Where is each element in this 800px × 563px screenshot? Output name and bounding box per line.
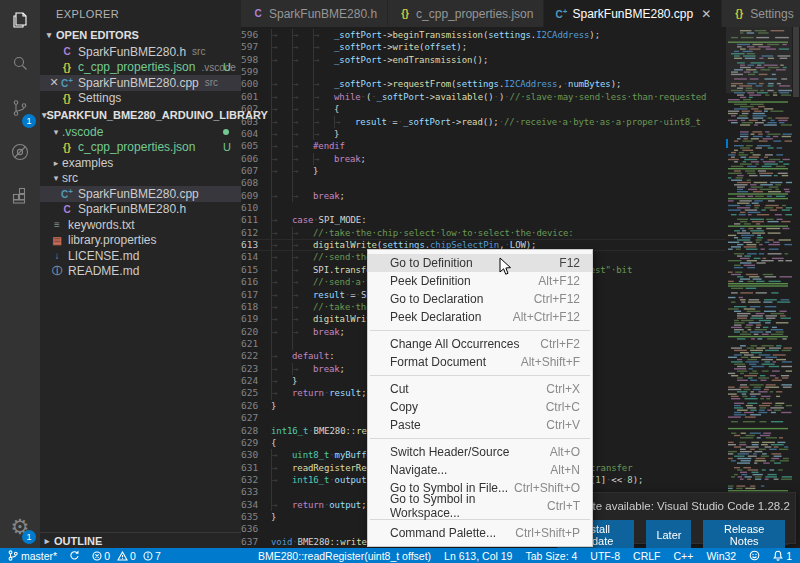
open-editor-sparkfunbme280-h[interactable]: CSparkFunBME280.hsrc (40, 44, 241, 60)
tree-item-vscode[interactable]: ▾.vscode (40, 124, 241, 140)
status-crlf[interactable]: CRLF (633, 550, 660, 562)
code-line-603[interactable]: 603→→→→result·=·_softPort->read();·//·re… (241, 116, 800, 128)
menu-item-navigate[interactable]: Navigate...Alt+N (368, 461, 592, 479)
status-utf-8[interactable]: UTF-8 (590, 550, 620, 562)
open-editors-header[interactable]: ▾ OPEN EDITORS (40, 26, 241, 44)
activity-source-control-icon[interactable]: 1 (0, 88, 40, 132)
tree-item-license-md[interactable]: ↓LICENSE.md (40, 248, 241, 264)
open-editor-label: c_cpp_properties.json (78, 60, 195, 74)
txt-file-icon: ≡ (50, 219, 64, 230)
menu-separator (370, 330, 590, 331)
menu-item-peek-definition[interactable]: Peek DefinitionAlt+F12 (368, 272, 592, 290)
open-editor-c-cpp-properties-json[interactable]: {}c_cpp_properties.json.vscodeU (40, 60, 241, 76)
menu-item-go-to-symbol-in-workspace[interactable]: Go to Symbol in Workspace...Ctrl+T (368, 497, 592, 515)
code-line-606[interactable]: 606→→→break; (241, 153, 800, 165)
code-line-597[interactable]: 597→→→_softPort->write(offset); (241, 41, 800, 53)
activity-gear-icon[interactable]: ⚙1 (0, 504, 40, 548)
open-editor-sparkfunbme280-cpp[interactable]: ✕C+SparkFunBME280.cppsrc (40, 75, 241, 91)
minimap-viewport[interactable] (726, 27, 792, 93)
tab-whitespace: → (271, 387, 292, 399)
tab-sparkfunbme280-h[interactable]: CSparkFunBME280.h (241, 0, 388, 27)
menu-item-cut[interactable]: CutCtrl+X (368, 380, 592, 398)
code-line-602[interactable]: 602→→→{ (241, 103, 800, 115)
tab-whitespace: → (271, 462, 292, 474)
tree-item-sparkfunbme280-cpp[interactable]: C+SparkFunBME280.cpp (40, 186, 241, 202)
code-line-610[interactable]: 610→ (241, 202, 800, 214)
line-number: 624 (241, 375, 271, 387)
later-button[interactable]: Later (646, 520, 691, 550)
status-bell[interactable]: 1 (773, 550, 792, 562)
status-sync[interactable] (69, 550, 80, 561)
menu-item-switch-header-source[interactable]: Switch Header/SourceAlt+O (368, 443, 592, 461)
code-line-605[interactable]: 605→→#endif (241, 140, 800, 152)
menu-separator (370, 438, 590, 439)
activity-search-icon[interactable] (0, 44, 40, 88)
tab-whitespace: → (271, 140, 292, 152)
release-notes-button[interactable]: Release Notes (703, 520, 785, 550)
code-line-598[interactable]: 598→→→_softPort->endTransmission(); (241, 54, 800, 66)
open-editor-settings[interactable]: {}Settings (40, 91, 241, 107)
code-line-604[interactable]: 604→→→} (241, 128, 800, 140)
c-file-icon: C (60, 204, 74, 215)
debug-icon (9, 141, 31, 167)
activity-extensions-icon[interactable] (0, 176, 40, 220)
close-icon[interactable]: ✕ (48, 76, 60, 89)
code-line-599[interactable]: 599→→→ (241, 66, 800, 78)
status-win32[interactable]: Win32 (706, 550, 736, 562)
tab-whitespace: → (271, 486, 292, 498)
code-line-601[interactable]: 601→→→while·(·_softPort->available()·)·/… (241, 91, 800, 103)
tab-whitespace: → (313, 116, 334, 128)
tab-settings[interactable]: {}Settings (722, 0, 800, 27)
menu-item-command-palette[interactable]: Command Palette...Ctrl+Shift+P (368, 524, 592, 542)
status-tab-size-4[interactable]: Tab Size: 4 (525, 550, 577, 562)
menu-item-go-to-definition[interactable]: Go to DefinitionF12 (368, 254, 592, 272)
line-number: 631 (241, 462, 271, 474)
status-branch[interactable]: master* (8, 550, 57, 562)
tree-item-src[interactable]: ▾src (40, 171, 241, 187)
tree-item-examples[interactable]: ▸examples (40, 155, 241, 171)
tab-sparkfunbme280-cpp[interactable]: C+SparkFunBME280.cpp✕ (544, 0, 722, 27)
close-icon[interactable]: ✕ (790, 499, 795, 513)
status-bme280-readregister-uint8-t-offset[interactable]: BME280::readRegister(uint8_t offset) (258, 550, 431, 562)
code-line-611[interactable]: 611→case·SPI_MODE: (241, 214, 800, 226)
minimap[interactable] (726, 27, 792, 548)
code-line-612[interactable]: 612→→//·take·the·chip·select·low·to·sele… (241, 227, 800, 239)
status-feedback[interactable] (749, 550, 760, 561)
activity-bar: 1⚙1 (0, 0, 40, 548)
line-number: 600 (241, 78, 271, 90)
tree-item-keywords-txt[interactable]: ≡keywords.txt (40, 217, 241, 233)
code-line-609[interactable]: 609→→break; (241, 190, 800, 202)
menu-item-peek-declaration[interactable]: Peek DeclarationAlt+Ctrl+F12 (368, 308, 592, 326)
scrollbar-slider[interactable] (793, 27, 799, 97)
menu-item-copy[interactable]: CopyCtrl+C (368, 398, 592, 416)
code-line-608[interactable]: 608→→ (241, 177, 800, 189)
tab-c-cpp-properties-json[interactable]: {}c_cpp_properties.json (388, 0, 544, 27)
project-header[interactable]: ▾ SPARKFUN_BME280_ARDUINO_LIBRARY (40, 106, 241, 124)
status-c[interactable]: C++ (674, 550, 694, 562)
tab-whitespace: → (292, 313, 313, 325)
status-problems[interactable]: 007 (92, 550, 166, 562)
tab-whitespace: → (271, 54, 292, 66)
menu-item-shortcut: Ctrl+C (546, 400, 580, 414)
status-ln-613-col-19[interactable]: Ln 613, Col 19 (444, 550, 512, 562)
code-line-596[interactable]: 596→→→_softPort->beginTransmission(setti… (241, 29, 800, 41)
menu-item-change-all-occurrences[interactable]: Change All OccurrencesCtrl+F2 (368, 335, 592, 353)
vertical-scrollbar[interactable] (792, 27, 800, 548)
activity-files-icon[interactable] (0, 0, 40, 44)
tree-item-sparkfunbme280-h[interactable]: CSparkFunBME280.h (40, 202, 241, 218)
tab-whitespace: → (313, 91, 334, 103)
code-line-607[interactable]: 607→→} (241, 165, 800, 177)
git-status-badge: U (223, 141, 231, 153)
tree-item-readme-md[interactable]: ⓘREADME.md (40, 264, 241, 280)
close-icon[interactable]: ✕ (701, 7, 711, 21)
status-bar: master*007 BME280::readRegister(uint8_t … (0, 548, 800, 563)
menu-item-format-document[interactable]: Format DocumentAlt+Shift+F (368, 353, 592, 371)
outline-section-header[interactable]: ▸ OUTLINE (40, 532, 241, 548)
menu-item-go-to-declaration[interactable]: Go to DeclarationCtrl+F12 (368, 290, 592, 308)
tab-whitespace: → (292, 91, 313, 103)
activity-debug-icon[interactable] (0, 132, 40, 176)
menu-item-paste[interactable]: PasteCtrl+V (368, 416, 592, 434)
tree-item-library-properties[interactable]: ▤library.properties (40, 233, 241, 249)
code-line-600[interactable]: 600→→→_softPort->requestFrom(settings.I2… (241, 78, 800, 90)
tree-item-c-cpp-properties-json[interactable]: {}c_cpp_properties.jsonU (40, 140, 241, 156)
